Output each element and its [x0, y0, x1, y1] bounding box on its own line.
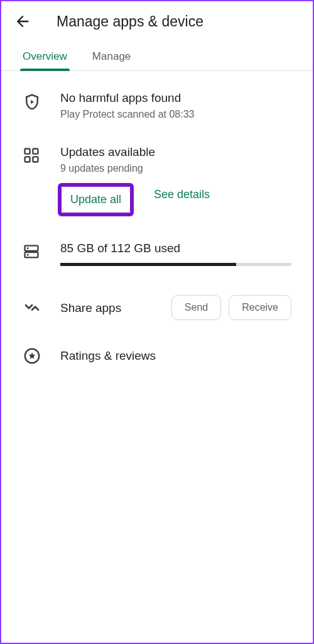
back-button[interactable]: [14, 13, 31, 30]
svg-rect-2: [25, 157, 30, 162]
storage-bar: [60, 263, 291, 266]
ratings-title: Ratings & reviews: [60, 349, 156, 363]
play-protect-body: No harmful apps found Play Protect scann…: [60, 91, 291, 120]
storage-section[interactable]: 85 GB of 112 GB used: [1, 223, 313, 266]
updates-title: Updates available: [60, 145, 291, 159]
ratings-section[interactable]: Ratings & reviews: [1, 320, 313, 365]
svg-point-7: [27, 254, 29, 256]
play-protect-title: No harmful apps found: [60, 91, 291, 105]
svg-rect-4: [25, 246, 38, 251]
update-all-highlight: Update all: [58, 183, 134, 216]
play-protect-subtitle: Play Protect scanned at 08:33: [60, 109, 291, 120]
play-protect-section[interactable]: No harmful apps found Play Protect scann…: [1, 75, 313, 126]
storage-body: 85 GB of 112 GB used: [60, 242, 291, 266]
send-button[interactable]: Send: [171, 295, 221, 320]
updates-actions: Update all See details: [58, 183, 291, 216]
tabs: Overview Manage: [1, 42, 313, 71]
nearby-share-icon: [23, 298, 41, 317]
arrow-left-icon: [14, 13, 31, 30]
apps-grid-icon: [23, 147, 41, 165]
content: No harmful apps found Play Protect scann…: [1, 71, 313, 365]
svg-rect-3: [33, 157, 38, 162]
share-title: Share apps: [60, 302, 164, 314]
storage-bar-fill: [60, 263, 236, 266]
updates-body: Updates available 9 updates pending Upda…: [60, 145, 291, 216]
shield-play-icon: [23, 92, 41, 111]
star-circle-icon: [23, 347, 41, 365]
storage-label: 85 GB of 112 GB used: [60, 242, 291, 255]
tab-overview[interactable]: Overview: [23, 42, 67, 70]
svg-rect-0: [25, 149, 30, 154]
updates-section: Updates available 9 updates pending Upda…: [1, 126, 313, 223]
svg-rect-5: [25, 252, 38, 257]
share-section: Share apps Send Receive: [1, 266, 313, 320]
header: Manage apps & device: [1, 1, 313, 42]
see-details-button[interactable]: See details: [148, 183, 216, 216]
svg-rect-1: [33, 149, 38, 154]
receive-button[interactable]: Receive: [229, 295, 291, 320]
updates-subtitle: 9 updates pending: [60, 163, 291, 174]
tab-manage[interactable]: Manage: [92, 42, 131, 70]
update-all-button[interactable]: Update all: [67, 191, 125, 209]
storage-icon: [23, 243, 41, 262]
svg-point-6: [27, 247, 29, 249]
page-title: Manage apps & device: [57, 13, 203, 30]
